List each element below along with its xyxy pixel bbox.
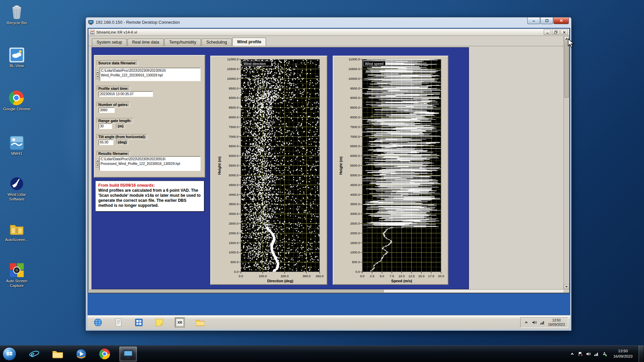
number-of-gates-value[interactable]: 3990	[99, 107, 115, 113]
remote-clock[interactable]: 13:50 16/09/2023	[548, 318, 565, 327]
taskbar-button-remote-desktop[interactable]	[119, 347, 137, 361]
y-tick-label: 8000.0	[229, 115, 238, 119]
rdp-titlebar[interactable]: 192.168.0.150 - Remote Desktop Connectio…	[86, 17, 571, 27]
wind-direction-chart-svg: 0.0500.01000.01500.02000.02500.03000.035…	[211, 56, 327, 285]
app-close-button[interactable]	[560, 29, 568, 35]
y-axis-label: Height (m)	[339, 156, 343, 175]
volume-icon[interactable]	[532, 320, 537, 325]
tab-real-time-data[interactable]: Real time data	[127, 39, 164, 46]
safely-remove-icon[interactable]	[601, 351, 607, 357]
y-tick-label: 9000.0	[350, 96, 360, 100]
x-axis-label: Speed (m/s)	[391, 279, 412, 283]
auto-screen-capture-icon	[9, 262, 24, 278]
hidden-icons-chevron-icon[interactable]	[569, 351, 575, 357]
app-caption-buttons	[544, 29, 568, 35]
windows-flag-icon	[6, 350, 13, 358]
autoscreen-icon	[9, 221, 24, 237]
remote-taskbar-button-text-editor[interactable]	[113, 317, 123, 327]
profile-start-time-value[interactable]: 20230916 13:00:35.07	[99, 91, 153, 97]
remote-app-label: XR	[177, 321, 182, 324]
source-filename-scrollbar[interactable]	[96, 70, 99, 79]
app-titlebar[interactable]: StreamLine XR v14-6.vi	[89, 29, 569, 36]
results-path-line1: C:\Lidar\Data\Proc\2023\202309\20230916\	[101, 157, 199, 162]
remote-taskbar-button-file-explorer[interactable]	[195, 317, 205, 327]
y-tick-label: 3000.0	[229, 212, 238, 216]
y-tick-label: 5000.0	[229, 173, 238, 177]
x-tick-label: 15.0	[418, 274, 425, 278]
y-tick-label: 0.0	[234, 270, 238, 274]
front-panel: Source data filename: C:\Lidar\Data\Proc…	[89, 46, 564, 289]
vertical-scroll-thumb[interactable]	[564, 42, 569, 98]
y-tick-label: 5500.0	[229, 164, 238, 167]
desktop-icon-autoscreen[interactable]: AutoScreen...	[1, 221, 32, 242]
y-tick-label: 7500.0	[229, 125, 238, 129]
tilt-angle-value[interactable]: 65.00	[99, 139, 113, 145]
tab-system-setup[interactable]: System setup	[92, 39, 127, 46]
rdp-window-title: 192.168.0.150 - Remote Desktop Connectio…	[96, 20, 180, 25]
tab-temp-humidity[interactable]: Temp/humidity	[164, 39, 201, 46]
results-filename-value[interactable]: C:\Lidar\Data\Proc\2023\202309\20230916\…	[99, 156, 201, 171]
y-tick-label: 3500.0	[229, 202, 238, 206]
hidden-icons-chevron-icon[interactable]	[524, 320, 529, 325]
horizontal-scroll-thumb[interactable]	[89, 290, 384, 292]
action-center-icon[interactable]	[577, 351, 583, 357]
remote-taskbar-button-notes[interactable]	[154, 317, 164, 327]
show-desktop-button[interactable]	[639, 346, 643, 362]
rdp-minimize-button[interactable]	[527, 17, 540, 24]
desktop-icon-auto-screen-capture[interactable]: Auto Screen Capture	[1, 262, 32, 288]
x-tick-label: 10.0	[398, 274, 405, 278]
source-filename-value[interactable]: C:\Lidar\Data\Proc\2023\202309\20230916\…	[100, 68, 201, 81]
y-tick-label: 2000.0	[350, 231, 360, 235]
network-icon[interactable]	[540, 320, 545, 325]
y-tick-label: 2500.0	[350, 222, 360, 225]
taskbar-button-windows-explorer[interactable]	[49, 347, 66, 361]
y-tick-label: 4000.0	[229, 193, 238, 196]
remote-taskbar-buttons: XR	[93, 317, 205, 327]
tab-wind-profile[interactable]: Wind profile	[232, 38, 266, 46]
results-filename-label: Results filename:	[97, 151, 130, 156]
desktop-icon-bl-view[interactable]: BL-View	[1, 47, 32, 68]
desktop-icon-label: Google Chrome	[1, 107, 32, 112]
taskbar-clock[interactable]: 13:50 16/09/2023	[613, 349, 633, 359]
desktop-icon-mw41[interactable]: MW41	[1, 135, 32, 156]
clock-time: 13:50	[613, 349, 633, 354]
build-notice: From build 05/09/16 onwards: Wind profil…	[95, 181, 204, 212]
y-tick-label: 0.0	[356, 270, 360, 274]
rdp-window: 192.168.0.150 - Remote Desktop Connectio…	[86, 17, 572, 331]
app-vertical-scrollbar[interactable]	[564, 36, 569, 289]
scroll-down-arrow[interactable]	[564, 284, 569, 289]
taskbar-button-internet-explorer[interactable]: e	[25, 347, 43, 361]
rdp-maximize-button[interactable]	[540, 17, 553, 24]
volume-icon[interactable]	[585, 351, 591, 357]
host-taskbar: e 13:50 16/09/2023	[0, 345, 644, 362]
tab-scheduling[interactable]: Scheduling	[202, 39, 232, 46]
y-tick-label: 10000.0	[348, 77, 360, 80]
y-tick-label: 3500.0	[350, 202, 360, 206]
remote-taskbar-button-streamline-xr[interactable]: XR	[175, 317, 185, 327]
source-path-line2: Wind_Profile_122_20230916_130029.hpl	[101, 73, 199, 78]
app-horizontal-scrollbar[interactable]	[89, 289, 564, 293]
rdp-close-button[interactable]	[553, 17, 569, 24]
start-button[interactable]	[3, 347, 16, 361]
wind-speed-chart: 0.0500.01000.01500.02000.02500.03000.035…	[333, 56, 448, 285]
remote-taskbar-button-app-grid[interactable]	[134, 317, 144, 327]
desktop-icon-google-chrome[interactable]: Google Chrome	[1, 90, 32, 112]
range-gate-length-value[interactable]: 30	[99, 123, 112, 129]
app-minimize-button[interactable]	[544, 29, 551, 35]
y-tick-label: 10000.0	[227, 77, 238, 80]
desktop-icon-recycle-bin[interactable]: Recycle Bin	[1, 4, 32, 25]
results-filename-scrollbar[interactable]	[96, 159, 99, 168]
remote-taskbar-button-browser[interactable]	[93, 317, 103, 327]
network-icon[interactable]	[593, 351, 599, 357]
desktop-icon-wind-lidar-software[interactable]: Wind Lidar Software	[1, 176, 32, 201]
remote-clock-date: 16/09/2023	[548, 322, 565, 327]
desktop-icon-label: Auto Screen Capture	[1, 279, 32, 288]
mouse-cursor	[567, 38, 575, 49]
taskbar-button-windows-media-player[interactable]	[72, 347, 90, 361]
app-restore-button[interactable]	[552, 29, 559, 35]
desktop-icon-label: Recycle Bin	[1, 21, 32, 25]
taskbar-button-google-chrome[interactable]	[96, 347, 113, 361]
y-tick-label: 3000.0	[350, 212, 360, 216]
wind-speed-chart-svg: 0.0500.01000.01500.02000.02500.03000.035…	[333, 56, 448, 285]
x-axis-label: Direction (deg)	[267, 279, 293, 283]
